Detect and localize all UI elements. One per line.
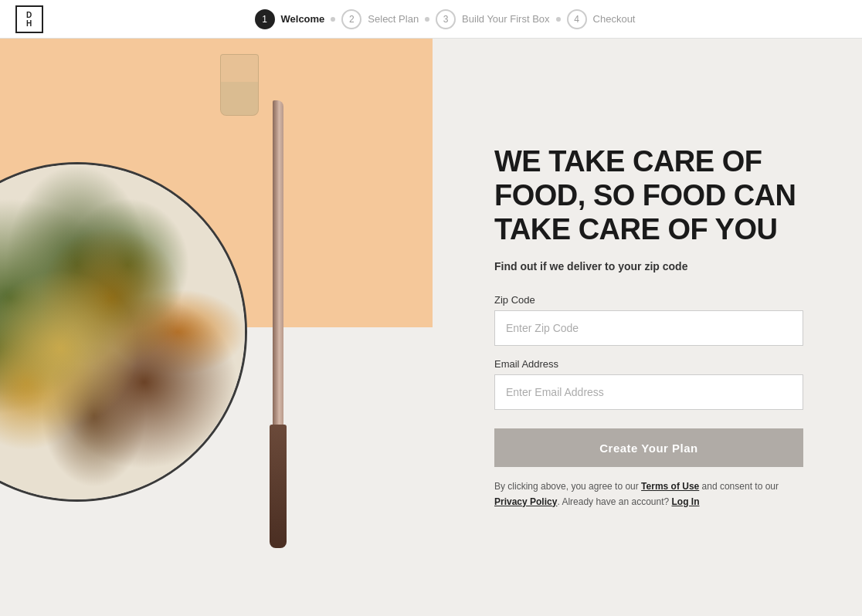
step-3-build-box[interactable]: 3 Build Your First Box <box>436 9 549 29</box>
hero-headline: WE TAKE CARE OF FOOD, SO FOOD CAN TAKE C… <box>494 145 803 246</box>
step-2-circle: 2 <box>341 9 361 29</box>
step-3-label: Build Your First Box <box>462 13 549 25</box>
terms-prefix: By clicking above, you agree to our <box>494 481 641 492</box>
main-content: WE TAKE CARE OF FOOD, SO FOOD CAN TAKE C… <box>0 39 862 616</box>
terms-of-use-link[interactable]: Terms of Use <box>641 481 699 492</box>
form-panel: WE TAKE CARE OF FOOD, SO FOOD CAN TAKE C… <box>433 39 862 616</box>
glass-liquid <box>221 82 258 115</box>
navigation-steps: 1 Welcome 2 Select Plan 3 Build Your Fir… <box>255 9 636 29</box>
create-plan-button[interactable]: Create Your Plan <box>494 428 803 467</box>
logo-line2: H <box>26 19 32 28</box>
terms-middle: and consent to our <box>699 481 779 492</box>
knife-handle <box>270 425 287 548</box>
step-separator-3 <box>556 17 561 22</box>
step-1-circle: 1 <box>255 9 275 29</box>
hero-subheadline: Find out if we deliver to your zip code <box>494 260 687 272</box>
logo: D H <box>15 5 43 33</box>
header: D H 1 Welcome 2 Select Plan 3 Build Your… <box>0 0 862 39</box>
email-address-input[interactable] <box>494 374 803 410</box>
zip-code-group: Zip Code <box>494 294 803 346</box>
step-2-select-plan[interactable]: 2 Select Plan <box>341 9 419 29</box>
zip-code-label: Zip Code <box>494 294 803 306</box>
hero-image-panel <box>0 39 433 616</box>
terms-suffix: . Already have an account? <box>557 496 669 507</box>
email-address-label: Email Address <box>494 358 803 370</box>
step-4-checkout[interactable]: 4 Checkout <box>567 9 636 29</box>
step-3-circle: 3 <box>436 9 456 29</box>
step-4-circle: 4 <box>567 9 587 29</box>
step-separator-1 <box>331 17 335 22</box>
salad <box>0 164 245 499</box>
step-1-label: Welcome <box>281 13 325 25</box>
knife <box>263 100 294 548</box>
step-4-label: Checkout <box>593 13 636 25</box>
terms-text: By clicking above, you agree to our Term… <box>494 479 779 509</box>
zip-code-input[interactable] <box>494 310 803 346</box>
water-glass <box>216 54 263 131</box>
step-1-welcome[interactable]: 1 Welcome <box>255 9 325 29</box>
step-separator-2 <box>425 17 429 22</box>
knife-blade <box>273 100 283 432</box>
email-address-group: Email Address <box>494 358 803 410</box>
logo-line1: D <box>26 11 32 19</box>
privacy-policy-link[interactable]: Privacy Policy <box>494 496 557 507</box>
step-2-label: Select Plan <box>368 13 419 25</box>
login-link[interactable]: Log In <box>672 496 700 507</box>
plate <box>0 162 247 502</box>
glass-body <box>220 54 259 116</box>
plate-container <box>0 162 263 517</box>
